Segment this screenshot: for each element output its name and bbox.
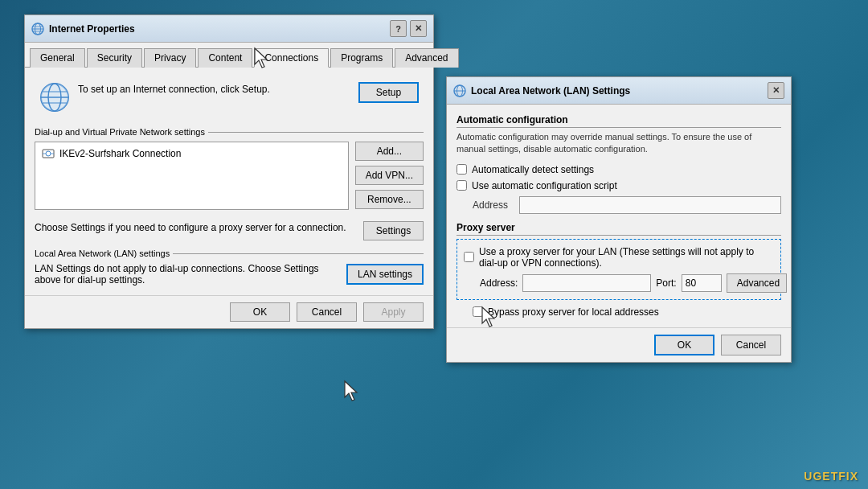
- lan-close-button[interactable]: ✕: [768, 82, 784, 99]
- lan-globe-icon: [453, 84, 466, 97]
- lan-ok-button[interactable]: OK: [654, 335, 714, 355]
- proxy-check-row: Use a proxy server for your LAN (These s…: [464, 246, 774, 269]
- proxy-fields: Address: Port: Advanced: [480, 273, 774, 293]
- port-input[interactable]: [682, 274, 722, 292]
- cursor-lan-settings: [343, 380, 362, 408]
- vpn-list: IKEv2-Surfshark Connection: [35, 142, 349, 210]
- setup-button[interactable]: Setup: [358, 82, 419, 103]
- lan-section-header: Local Area Network (LAN) settings: [35, 249, 424, 258]
- proxy-address-label: Address:: [480, 277, 518, 289]
- auto-config-title: Automatic configuration: [457, 114, 781, 128]
- tab-advanced[interactable]: Advanced: [395, 48, 458, 68]
- tab-general[interactable]: General: [30, 48, 85, 68]
- lan-settings-dialog: Local Area Network (LAN) Settings ✕ Auto…: [446, 76, 792, 363]
- watermark-suffix: FIX: [838, 470, 858, 483]
- add-vpn-button[interactable]: Add VPN...: [355, 166, 424, 185]
- auto-script-row: Use automatic configuration script: [457, 180, 781, 191]
- internet-properties-dialog: Internet Properties ? ✕ General Security…: [24, 14, 434, 329]
- proxy-note: Choose Settings if you need to configure…: [35, 222, 355, 233]
- bypass-row: Bypass proxy server for local addresses: [473, 306, 781, 318]
- proxy-check-label: Use a proxy server for your LAN (These s…: [479, 246, 774, 269]
- port-label: Port:: [656, 277, 676, 289]
- internet-props-footer: OK Cancel Apply: [25, 295, 433, 328]
- network-globe-icon: [39, 82, 70, 113]
- internet-props-icon: [31, 23, 44, 35]
- address-row: Address: [473, 196, 781, 214]
- tabs-bar: General Security Privacy Content Connect…: [25, 43, 433, 68]
- lan-settings-titlebar: Local Area Network (LAN) Settings ✕: [447, 77, 791, 105]
- settings-button[interactable]: Settings: [363, 221, 424, 240]
- lan-settings-title: Local Area Network (LAN) Settings: [471, 85, 630, 97]
- proxy-checkbox[interactable]: [464, 252, 474, 262]
- help-button[interactable]: ?: [390, 20, 407, 37]
- bypass-label: Bypass proxy server for local addresses: [488, 306, 659, 318]
- internet-props-titlebar: Internet Properties ? ✕: [25, 15, 433, 43]
- address-input[interactable]: [519, 196, 781, 214]
- proxy-box: Use a proxy server for your LAN (These s…: [457, 239, 781, 300]
- auto-detect-label: Automatically detect settings: [472, 164, 594, 175]
- ok-button[interactable]: OK: [230, 302, 290, 322]
- dial-section-header: Dial-up and Virtual Private Network sett…: [35, 127, 424, 137]
- add-button[interactable]: Add...: [355, 142, 424, 161]
- close-button[interactable]: ✕: [410, 20, 427, 37]
- auto-detect-checkbox[interactable]: [457, 164, 467, 175]
- vpn-item[interactable]: IKEv2-Surfshark Connection: [39, 146, 345, 162]
- advanced-button[interactable]: Advanced: [727, 273, 787, 293]
- tab-privacy[interactable]: Privacy: [144, 48, 196, 68]
- watermark-prefix: UGET: [804, 470, 838, 483]
- setup-description: To set up an Internet connection, click …: [78, 84, 270, 95]
- tab-content[interactable]: Content: [198, 48, 252, 68]
- lan-cancel-button[interactable]: Cancel: [721, 335, 781, 355]
- auto-script-label: Use automatic configuration script: [472, 180, 617, 191]
- setup-section: To set up an Internet connection, click …: [35, 77, 424, 117]
- vpn-icon: [42, 147, 55, 160]
- auto-config-desc: Automatic configuration may override man…: [457, 131, 781, 156]
- tab-connections[interactable]: Connections: [254, 48, 329, 68]
- tab-security[interactable]: Security: [87, 48, 142, 68]
- address-label: Address: [473, 199, 513, 211]
- bypass-checkbox[interactable]: [473, 306, 483, 317]
- watermark: UGETFIX: [804, 470, 858, 483]
- lan-settings-footer: OK Cancel: [447, 327, 791, 362]
- proxy-address-input[interactable]: [522, 274, 651, 292]
- auto-detect-row: Automatically detect settings: [457, 164, 781, 175]
- svg-point-12: [46, 151, 51, 156]
- remove-button[interactable]: Remove...: [355, 190, 424, 209]
- cancel-button[interactable]: Cancel: [297, 302, 357, 322]
- lan-description: LAN Settings do not apply to dial-up con…: [35, 263, 338, 286]
- apply-button[interactable]: Apply: [363, 302, 424, 322]
- internet-props-title: Internet Properties: [49, 23, 135, 35]
- auto-script-checkbox[interactable]: [457, 180, 467, 191]
- proxy-title: Proxy server: [457, 222, 781, 236]
- lan-settings-button[interactable]: LAN settings: [346, 264, 424, 285]
- tab-programs[interactable]: Programs: [330, 48, 393, 68]
